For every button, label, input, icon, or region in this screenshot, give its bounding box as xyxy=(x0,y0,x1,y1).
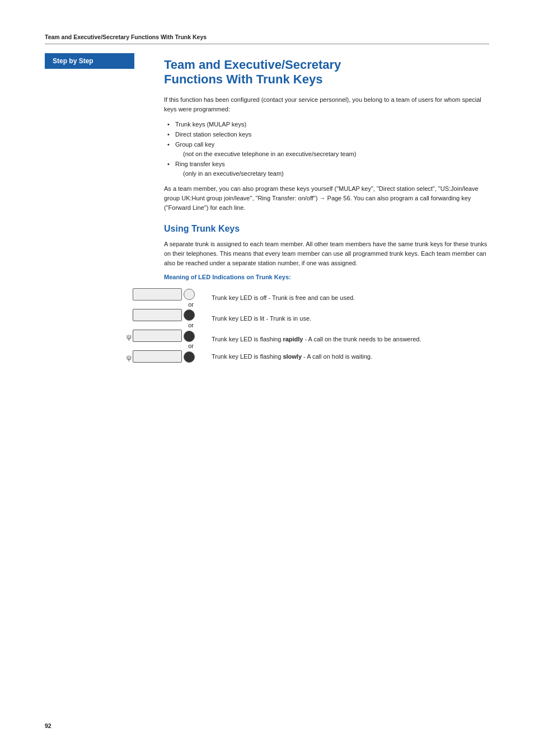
led-diagram-area-1: or xyxy=(45,288,202,308)
led-diagram-area-4: ψ xyxy=(45,350,202,363)
or-label-2: or xyxy=(188,322,195,328)
second-paragraph: As a team member, you can also program t… xyxy=(164,184,489,213)
led-indicator-4 xyxy=(184,351,195,363)
or-label-1: or xyxy=(188,301,195,308)
bullet-item-3: Group call key (not on the executive tel… xyxy=(167,140,489,159)
main-content: Team and Executive/Secretary Functions W… xyxy=(148,53,489,286)
content-layout: Step by Step Team and Executive/Secretar… xyxy=(45,53,489,286)
led-row-2: or Trunk key LED is lit - Trunk is in us… xyxy=(45,309,489,328)
page: Team and Executive/Secretary Functions W… xyxy=(0,0,534,756)
key-diagram-1 xyxy=(133,288,195,300)
bullet-item-4: Ring transfer keys (only in an executive… xyxy=(167,159,489,179)
led-row-1: or Trunk key LED is off - Trunk is free … xyxy=(45,288,489,308)
led-row-4: ψ Trunk key LED is flashing slowly - A c… xyxy=(45,350,489,363)
led-text-4: Trunk key LED is flashing slowly - A cal… xyxy=(202,352,489,361)
led-text-2: Trunk key LED is lit - Trunk is in use. xyxy=(202,314,489,323)
key-diagram-4: ψ xyxy=(127,350,195,363)
key-body-1 xyxy=(133,288,182,300)
key-diagram-2 xyxy=(133,309,195,321)
sidebar: Step by Step xyxy=(45,53,148,286)
page-number: 92 xyxy=(45,722,51,729)
section-title: Team and Executive/Secretary Functions W… xyxy=(164,58,489,87)
led-text-3: Trunk key LED is flashing rapidly - A ca… xyxy=(202,335,489,344)
header-title: Team and Executive/Secretary Functions W… xyxy=(45,34,207,40)
intro-paragraph: If this function has been configured (co… xyxy=(164,95,489,114)
bullet-item-2: Direct station selection keys xyxy=(167,130,489,139)
led-text-1: Trunk key LED is off - Trunk is free and… xyxy=(202,293,489,303)
subsection-title: Using Trunk Keys xyxy=(164,224,489,234)
page-header: Team and Executive/Secretary Functions W… xyxy=(45,34,489,44)
key-body-2 xyxy=(133,309,182,321)
step-by-step-badge: Step by Step xyxy=(45,53,134,69)
bullet-item-1: Trunk keys (MULAP keys) xyxy=(167,120,489,129)
led-row-3: ψ or Trunk key LED is flashing rapidly -… xyxy=(45,330,489,349)
key-body-4 xyxy=(133,350,182,363)
led-section-header: Meaning of LED Indications on Trunk Keys… xyxy=(164,274,489,280)
vibrate-symbol-3: ψ xyxy=(127,333,132,340)
bullet-list: Trunk keys (MULAP keys) Direct station s… xyxy=(167,120,489,179)
led-diagram-area-3: ψ or xyxy=(45,330,202,349)
key-body-3 xyxy=(133,330,182,342)
vibrate-symbol-4: ψ xyxy=(127,354,132,361)
or-label-3: or xyxy=(188,342,195,349)
led-indicator-3 xyxy=(184,331,195,342)
led-diagram-area-2: or xyxy=(45,309,202,328)
trunk-keys-paragraph: A separate trunk is assigned to each tea… xyxy=(164,240,489,268)
led-indicator-1 xyxy=(184,289,195,300)
led-section: or Trunk key LED is off - Trunk is free … xyxy=(45,288,489,364)
led-indicator-2 xyxy=(184,309,195,321)
key-diagram-3: ψ xyxy=(127,330,195,342)
